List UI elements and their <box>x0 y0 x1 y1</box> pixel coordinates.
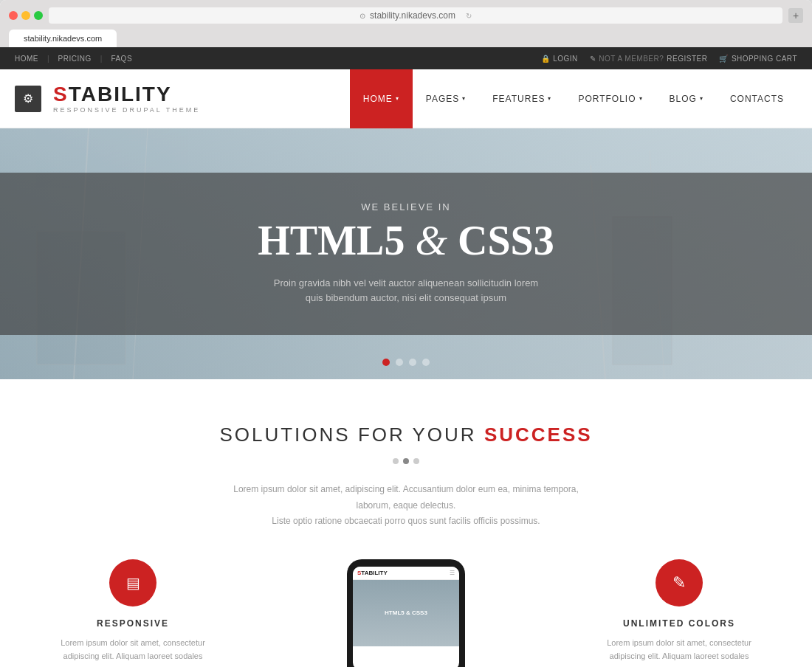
hero-dot-4[interactable] <box>422 359 430 366</box>
topbar: HOME | PRICING | FAQS 🔒 LOGIN ✎ NOT A ME… <box>0 47 812 69</box>
solutions-title: SOLUTIONS FOR YOUR SUCCESS <box>15 424 797 446</box>
hero-subtitle: WE BELIEVE IN <box>361 201 450 212</box>
cart-icon: 🛒 <box>719 55 729 63</box>
solutions-section: SOLUTIONS FOR YOUR SUCCESS Lorem ipsum d… <box>0 379 812 667</box>
topbar-home-link[interactable]: HOME <box>15 55 38 63</box>
blog-chevron-icon: ▾ <box>700 95 703 102</box>
phone-menu-icon: ☰ <box>450 570 455 576</box>
solutions-highlight: SUCCESS <box>484 424 593 446</box>
solutions-description: Lorem ipsum dolor sit amet, adipiscing e… <box>221 482 591 530</box>
solutions-dots <box>15 458 797 464</box>
phone-screen: STABILITY ☰ HTML5 & CSS3 <box>353 567 459 667</box>
refresh-icon[interactable]: ↻ <box>466 12 472 20</box>
topbar-right: 🔒 LOGIN ✎ NOT A MEMBER? REGISTER 🛒 SHOPP… <box>541 55 797 63</box>
responsive-icon-circle: ▤ <box>109 559 156 606</box>
pages-chevron-icon: ▾ <box>462 95 466 102</box>
browser-minimize-btn[interactable] <box>21 11 30 20</box>
logo-s: S <box>53 83 69 106</box>
phone-logo: STABILITY <box>357 570 388 576</box>
header-left: ⚙ STABILITY RESPONSIVE DRUPAL THEME <box>15 84 200 114</box>
new-tab-button[interactable]: + <box>788 8 803 23</box>
topbar-left: HOME | PRICING | FAQS <box>15 55 132 63</box>
address-url: stability.nikadevs.com <box>370 10 455 21</box>
responsive-icon: ▤ <box>126 574 140 592</box>
feature-colors-desc: Lorem ipsum dolor sit amet, consectetur … <box>605 636 753 667</box>
hero-dot-1[interactable] <box>382 359 390 366</box>
browser-address-bar[interactable]: ⊙ stability.nikadevs.com ↻ <box>49 7 782 24</box>
feature-colors-title: UNLIMITED COLORS <box>605 618 753 629</box>
hero-overlay: WE BELIEVE IN HTML5 & CSS3 Proin gravida… <box>0 173 812 335</box>
browser-window: ⊙ stability.nikadevs.com ↻ + stability.n… <box>0 0 812 667</box>
nav-contacts[interactable]: CONTACTS <box>717 69 797 128</box>
topbar-login[interactable]: 🔒 LOGIN <box>541 55 578 63</box>
hero-slider: WE BELIEVE IN HTML5 & CSS3 Proin gravida… <box>0 128 812 379</box>
solutions-dot-2[interactable] <box>403 458 409 464</box>
topbar-pricing-link[interactable]: PRICING <box>58 55 92 63</box>
hero-dot-2[interactable] <box>396 359 403 366</box>
topbar-cart[interactable]: 🛒 SHOPPING CART <box>719 55 797 63</box>
browser-maximize-btn[interactable] <box>34 11 43 20</box>
nav-blog[interactable]: BLOG ▾ <box>656 69 717 128</box>
logo-text: STABILITY <box>53 84 200 105</box>
phone-screen-body: HTML5 & CSS3 <box>353 580 459 646</box>
features-chevron-icon: ▾ <box>548 95 551 102</box>
feature-colors: ✎ UNLIMITED COLORS Lorem ipsum dolor sit… <box>605 559 753 667</box>
user-icon: ✎ <box>590 55 596 63</box>
browser-close-btn[interactable] <box>9 11 18 20</box>
nav-pages[interactable]: PAGES ▾ <box>413 69 479 128</box>
browser-tab[interactable]: stability.nikadevs.com <box>9 30 117 47</box>
features-row: ▤ RESPONSIVE Lorem ipsum dolor sit amet,… <box>15 559 797 667</box>
main-nav: HOME ▾ PAGES ▾ FEATURES ▾ PORTFOLIO ▾ BL… <box>350 69 797 128</box>
phone-mockup: STABILITY ☰ HTML5 & CSS3 <box>347 559 465 667</box>
colors-icon-circle: ✎ <box>656 559 703 606</box>
settings-button[interactable]: ⚙ <box>15 86 41 112</box>
feature-responsive: ▤ RESPONSIVE Lorem ipsum dolor sit amet,… <box>59 559 207 667</box>
gear-icon: ⚙ <box>23 91 33 106</box>
hero-title: HTML5 & CSS3 <box>258 218 554 264</box>
nav-home[interactable]: HOME ▾ <box>350 69 413 128</box>
feature-responsive-desc: Lorem ipsum dolor sit amet, consectetur … <box>59 636 207 667</box>
solutions-dot-3[interactable] <box>413 458 419 464</box>
hero-dot-3[interactable] <box>409 359 416 366</box>
header: ⚙ STABILITY RESPONSIVE DRUPAL THEME HOME… <box>0 69 812 128</box>
hero-description: Proin gravida nibh vel velit auctor aliq… <box>274 276 538 307</box>
hero-dots <box>382 359 430 366</box>
address-lock-icon: ⊙ <box>359 12 365 20</box>
solutions-dot-1[interactable] <box>393 458 399 464</box>
phone-screen-text: HTML5 & CSS3 <box>385 609 427 616</box>
phone-screen-header: STABILITY ☰ <box>353 567 459 580</box>
logo: STABILITY RESPONSIVE DRUPAL THEME <box>53 84 200 114</box>
website-content: HOME | PRICING | FAQS 🔒 LOGIN ✎ NOT A ME… <box>0 47 812 667</box>
lock-icon: 🔒 <box>541 55 551 63</box>
colors-icon: ✎ <box>672 573 686 592</box>
logo-subtitle: RESPONSIVE DRUPAL THEME <box>53 106 200 114</box>
nav-features[interactable]: FEATURES ▾ <box>479 69 565 128</box>
feature-responsive-title: RESPONSIVE <box>59 618 207 629</box>
nav-portfolio[interactable]: PORTFOLIO ▾ <box>565 69 656 128</box>
home-chevron-icon: ▾ <box>396 95 399 102</box>
browser-chrome: ⊙ stability.nikadevs.com ↻ + stability.n… <box>0 0 812 47</box>
topbar-faqs-link[interactable]: FAQS <box>111 55 132 63</box>
portfolio-chevron-icon: ▾ <box>639 95 643 102</box>
topbar-register[interactable]: ✎ NOT A MEMBER? REGISTER <box>590 55 708 63</box>
